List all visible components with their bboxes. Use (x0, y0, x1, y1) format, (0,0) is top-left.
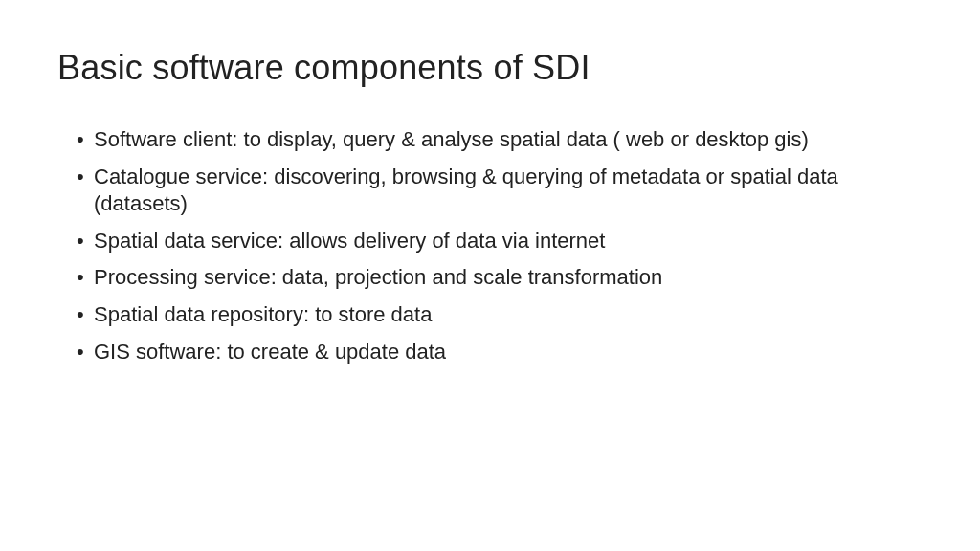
list-item: GIS software: to create & update data (77, 339, 923, 366)
bullet-list: Software client: to display, query & ana… (57, 126, 923, 365)
list-item: Spatial data service: allows delivery of… (77, 228, 923, 255)
list-item: Software client: to display, query & ana… (77, 126, 923, 154)
list-item: Catalogue service: discovering, browsing… (77, 164, 923, 218)
slide-title: Basic software components of SDI (57, 48, 923, 88)
list-item: Processing service: data, projection and… (77, 264, 923, 292)
list-item: Spatial data repository: to store data (77, 301, 923, 329)
